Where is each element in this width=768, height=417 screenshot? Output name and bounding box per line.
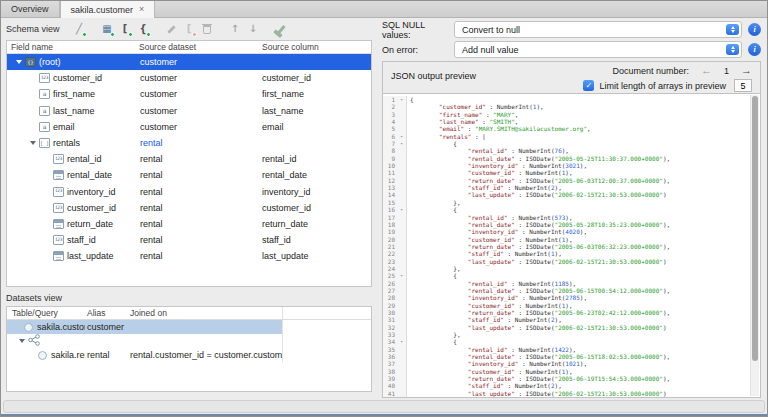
sql-null-label: SQL NULL values: [382,20,454,40]
dataset-row-sakila-customer[interactable]: sakila.customercustomer [7,320,371,334]
fold-marker-icon [397,280,406,287]
add-document-field-icon[interactable]: { [136,22,151,37]
fold-marker-icon[interactable]: ▾ [397,206,406,213]
sql-null-select[interactable]: Convert to null [454,21,742,38]
field-name: rentals [53,138,80,148]
line-number: 35 [383,346,397,353]
dataset-join-group-row[interactable] [7,334,371,348]
json-preview-header: JSON output preview Document number: ← 1… [383,62,760,93]
schema-row-last_name[interactable]: last_namecustomerlast_name [7,103,371,119]
select-stepper-icon[interactable] [726,44,739,55]
field-type-str-icon [39,89,50,99]
delete-field-icon [200,22,215,37]
line-number: 18 [383,221,397,228]
line-number: 20 [383,236,397,243]
sql-null-info-icon[interactable]: i [748,23,761,36]
line-number: 29 [383,302,397,309]
fold-marker-icon [397,324,406,331]
on-error-select[interactable]: Add null value [454,41,742,58]
toolbar-icons: ╱▦[{[↑↓ [72,22,292,37]
select-stepper-icon[interactable] [726,24,739,35]
schema-row-inventory_id[interactable]: inventory_idrentalinventory_id [7,184,371,200]
schema-rows: (root)customercustomer_idcustomercustome… [7,54,371,264]
code-line: 25▾ { [383,272,750,279]
vertical-scrollbar[interactable] [750,95,759,396]
schema-row-return_date[interactable]: return_daterentalreturn_date [7,216,371,232]
tab-close-icon[interactable]: × [139,5,144,14]
column-header-source-dataset[interactable]: Source dataset [135,42,258,52]
schema-row-last_update[interactable]: last_updaterentallast_update [7,248,371,264]
fold-marker-icon[interactable]: ▾ [397,140,406,147]
field-name: inventory_id [67,187,116,197]
column-header-source-column[interactable]: Source column [258,42,371,52]
limit-arrays-row: ✓ Limit length of arrays in preview [583,79,752,92]
field-type-date-icon [53,219,64,229]
source-dataset: rental [140,154,163,164]
scrollbar-thumb[interactable] [752,96,758,361]
fold-marker-icon [397,162,406,169]
dataset-row-sakila-rental[interactable]: sakila.rentalrentalrental.customer_id = … [7,348,371,362]
schema-row-customer_id[interactable]: customer_idcustomercustomer_id [7,70,371,86]
column-header-joined-on[interactable]: Joined on [126,308,282,318]
code-line: 40 "staff_id" : NumberInt(2), [383,382,750,389]
limit-arrays-input[interactable] [734,79,752,92]
code-line: 6▾ "rentals" : [ [383,133,750,140]
code-line: 16▾ { [383,206,750,213]
schema-row-rental_date[interactable]: rental_daterentalrental_date [7,167,371,183]
expander-chevron-icon[interactable] [16,339,28,343]
field-type-str-icon [39,106,50,116]
add-array-field-icon[interactable]: [ [118,22,133,37]
expander-chevron-icon[interactable] [27,141,39,145]
column-header-alias[interactable]: Alias [85,308,126,318]
dataset-rows: sakila.customercustomersakila.rentalrent… [7,320,371,362]
line-number: 13 [383,184,397,191]
column-header-table-query[interactable]: Table/Query [7,308,85,318]
line-number: 7 [383,140,397,147]
fold-marker-icon [397,221,406,228]
on-error-label: On error: [382,45,454,55]
limit-arrays-checkbox[interactable]: ✓ [583,80,594,91]
schema-row-rental_id[interactable]: rental_idrentalrental_id [7,151,371,167]
schema-row-email[interactable]: emailcustomeremail [7,119,371,135]
source-column: customer_id [258,73,371,83]
line-number: 5 [383,125,397,132]
line-number: 24 [383,265,397,272]
source-dataset: customer [140,89,177,99]
line-number: 25 [383,272,397,279]
next-document-button[interactable]: → [741,65,752,76]
column-header-field-name[interactable]: Field name [7,42,135,52]
line-number: 22 [383,250,397,257]
field-name: rental_date [67,170,112,180]
fold-marker-icon[interactable]: ▾ [397,96,406,103]
document-nav: Document number: ← 1 → [612,65,752,76]
fold-marker-icon[interactable]: ▾ [397,338,406,345]
line-number: 27 [383,287,397,294]
tab-sakila-customer[interactable]: sakila.customer× [60,1,156,18]
previous-document-button[interactable]: ← [701,65,712,76]
expander-chevron-icon[interactable] [13,60,25,64]
schema-row-first_name[interactable]: first_namecustomerfirst_name [7,86,371,102]
code-line: 2 "customer_id" : NumberInt(1), [383,103,750,110]
schema-row-rentals[interactable]: rentalsrental [7,135,371,151]
fold-marker-icon [397,214,406,221]
add-field-icon[interactable]: ▦ [100,22,115,37]
sql-null-row: SQL NULL values: Convert to null i [382,21,761,38]
badge-dot [110,32,115,37]
source-dataset: rental [140,138,163,148]
line-number: 2 [383,103,397,110]
json-preview-title: JSON output preview [391,71,476,81]
on-error-info-icon[interactable]: i [748,43,761,56]
schema-row--root-[interactable]: (root)customer [7,54,371,70]
code-line: 27 "rental_date" : ISODate("2005-06-15T0… [383,287,750,294]
schema-row-customer_id[interactable]: customer_idrentalcustomer_id [7,200,371,216]
code-line: 13 "staff_id" : NumberInt(2), [383,184,750,191]
options-and-preview-panel: SQL NULL values: Convert to null i On er… [382,18,761,398]
fold-marker-icon[interactable]: ▾ [397,272,406,279]
infer-schema-icon[interactable]: ╱ [72,22,87,37]
fold-marker-icon[interactable]: ▾ [397,133,406,140]
field-type-root-icon [25,57,36,67]
tab-overview[interactable]: Overview [1,1,60,17]
field-type-num-icon [53,187,64,197]
fold-marker-icon [397,346,406,353]
schema-row-staff_id[interactable]: staff_idrentalstaff_id [7,232,371,248]
